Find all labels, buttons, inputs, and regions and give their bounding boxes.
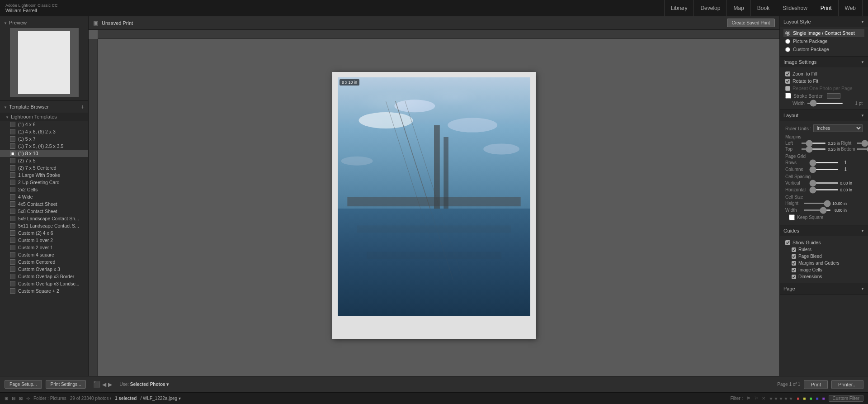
nav-buttons: ⬛ ◀ ▶: [93, 381, 112, 388]
filter-flag-btn[interactable]: ⚑: [746, 396, 750, 401]
nav-web[interactable]: Web: [839, 0, 863, 16]
view-people-icon[interactable]: ⊹: [26, 396, 30, 401]
template-item[interactable]: (2) 7 x 5: [0, 157, 88, 164]
custom-filter-button[interactable]: Custom Filter: [829, 395, 863, 402]
template-item[interactable]: Custom Overlap x 3: [0, 266, 88, 273]
image-settings-section: Image Settings ▼ Zoom to Fill Rotate to …: [780, 57, 868, 110]
template-item[interactable]: Custom Overlap x3 Border: [0, 273, 88, 280]
prev-page-button[interactable]: ◀: [102, 381, 106, 388]
template-item[interactable]: Custom (2) 4 x 6: [0, 229, 88, 237]
nav-slideshow[interactable]: Slideshow: [776, 0, 814, 16]
template-icon: [10, 230, 15, 236]
template-item[interactable]: (1) 4 x 6: [0, 121, 88, 128]
layout-header[interactable]: Layout ▼: [780, 110, 868, 121]
template-item[interactable]: (1) 4 x 6, (6) 2 x 3: [0, 128, 88, 135]
color-filter-blue[interactable]: ■: [816, 396, 818, 401]
template-item[interactable]: 5x9 Landscape Contact Sh...: [0, 215, 88, 222]
template-item[interactable]: 1 Large With Stroke: [0, 171, 88, 179]
template-item-selected[interactable]: ■ (1) 8 x 10: [0, 150, 88, 157]
margin-top-slider[interactable]: [801, 148, 826, 150]
view-survey-icon[interactable]: ⊠: [19, 396, 23, 401]
print-settings-button[interactable]: Print Settings...: [46, 380, 86, 389]
next-page-button[interactable]: ▶: [108, 381, 112, 388]
template-item[interactable]: Custom Square + 2: [0, 287, 88, 295]
zoom-to-fill-checkbox[interactable]: [785, 71, 790, 76]
page-bleed-checkbox[interactable]: [792, 254, 796, 259]
template-item[interactable]: 2x2 Cells: [0, 186, 88, 193]
stroke-width-slider[interactable]: [807, 103, 843, 104]
filter-unflag-btn[interactable]: ⚐: [754, 396, 758, 401]
nav-map[interactable]: Map: [727, 0, 750, 16]
color-filter-yellow[interactable]: ■: [803, 396, 806, 401]
template-icon: [10, 158, 15, 163]
layout-style-header[interactable]: Layout Style ▼: [780, 16, 868, 27]
rows-slider[interactable]: [809, 162, 839, 163]
view-compare-icon[interactable]: ⊟: [12, 396, 15, 401]
template-item[interactable]: 5x11 Landscape Contact S...: [0, 222, 88, 229]
create-saved-print-button[interactable]: Create Saved Print: [727, 19, 775, 27]
show-guides-checkbox[interactable]: [785, 240, 790, 245]
color-filter-red[interactable]: ■: [797, 396, 799, 401]
star-1[interactable]: ★: [769, 396, 773, 401]
template-item[interactable]: Custom 2 over 1: [0, 244, 88, 251]
template-item[interactable]: 4 Wide: [0, 193, 88, 200]
vertical-slider[interactable]: [809, 182, 839, 184]
add-template-button[interactable]: +: [81, 104, 85, 110]
stroke-color-swatch[interactable]: [827, 93, 840, 99]
star-3[interactable]: ★: [779, 396, 783, 401]
star-4[interactable]: ★: [784, 396, 788, 401]
keep-square-checkbox[interactable]: [789, 214, 795, 220]
template-icon: [10, 180, 15, 185]
template-item[interactable]: 5x8 Contact Sheet: [0, 208, 88, 215]
template-item[interactable]: Custom Centered: [0, 258, 88, 266]
width-slider[interactable]: [804, 209, 831, 211]
rotate-to-fit-checkbox[interactable]: [785, 79, 790, 84]
layout-content: Ruler Units : Inches Centimeters Margins…: [780, 121, 868, 225]
margins-gutters-checkbox[interactable]: [792, 261, 796, 266]
template-item[interactable]: Custom 1 over 2: [0, 237, 88, 244]
horizontal-slider[interactable]: [809, 189, 839, 190]
ruler-units-select[interactable]: Inches Centimeters: [813, 124, 863, 132]
columns-slider[interactable]: [809, 169, 839, 170]
margins-label: Margins: [783, 133, 864, 140]
star-5[interactable]: ★: [789, 396, 793, 401]
image-settings-header[interactable]: Image Settings ▼: [780, 57, 868, 67]
template-item[interactable]: Custom 4 square: [0, 251, 88, 258]
page-setup-button[interactable]: Page Setup...: [5, 380, 42, 389]
template-item[interactable]: (1) 5 x 7: [0, 135, 88, 143]
margin-right-slider[interactable]: [857, 143, 868, 144]
stroke-border-checkbox[interactable]: [785, 93, 791, 99]
filter-reject-btn[interactable]: ✕: [762, 396, 765, 401]
nav-book[interactable]: Book: [751, 0, 776, 16]
template-browser-header[interactable]: Template Browser +: [0, 101, 88, 113]
nav-library[interactable]: Library: [664, 0, 694, 16]
color-filter-green[interactable]: ■: [809, 396, 812, 401]
view-grid-icon[interactable]: ⊞: [5, 396, 8, 401]
dimensions-checkbox[interactable]: [792, 275, 796, 279]
image-cells-checkbox[interactable]: [792, 268, 796, 272]
margin-bottom-slider[interactable]: [857, 148, 868, 150]
layout-option-custom[interactable]: Custom Package: [783, 45, 864, 53]
printer-button[interactable]: Printer...: [831, 380, 863, 389]
star-2[interactable]: ★: [774, 396, 778, 401]
template-group-header[interactable]: Lightroom Templates: [0, 113, 88, 121]
template-item[interactable]: (1) 7 x 5, (4) 2.5 x 3.5: [0, 143, 88, 150]
layout-option-picture[interactable]: Picture Package: [783, 37, 864, 45]
margin-left-slider[interactable]: [801, 143, 826, 144]
template-item[interactable]: Custom Overlap x3 Landsc...: [0, 280, 88, 287]
template-icon: [10, 209, 15, 214]
file-label[interactable]: / WLF_1222a.jpeg ▾: [140, 396, 181, 401]
nav-print[interactable]: Print: [814, 0, 839, 16]
print-button[interactable]: Print: [804, 380, 828, 389]
rulers-checkbox[interactable]: [792, 247, 796, 252]
height-slider[interactable]: [804, 203, 831, 204]
repeat-one-photo-checkbox[interactable]: [785, 86, 790, 91]
template-item[interactable]: 4x5 Contact Sheet: [0, 200, 88, 208]
layout-option-single[interactable]: Single Image / Contact Sheet: [783, 29, 864, 37]
nav-develop[interactable]: Develop: [694, 0, 727, 16]
page-header[interactable]: Page ▼: [780, 283, 868, 294]
color-filter-purple[interactable]: ■: [822, 396, 825, 401]
template-item[interactable]: (2) 7 x 5 Centered: [0, 164, 88, 171]
guides-header[interactable]: Guides ▼: [780, 225, 868, 236]
template-item[interactable]: 2-Up Greeting Card: [0, 179, 88, 186]
